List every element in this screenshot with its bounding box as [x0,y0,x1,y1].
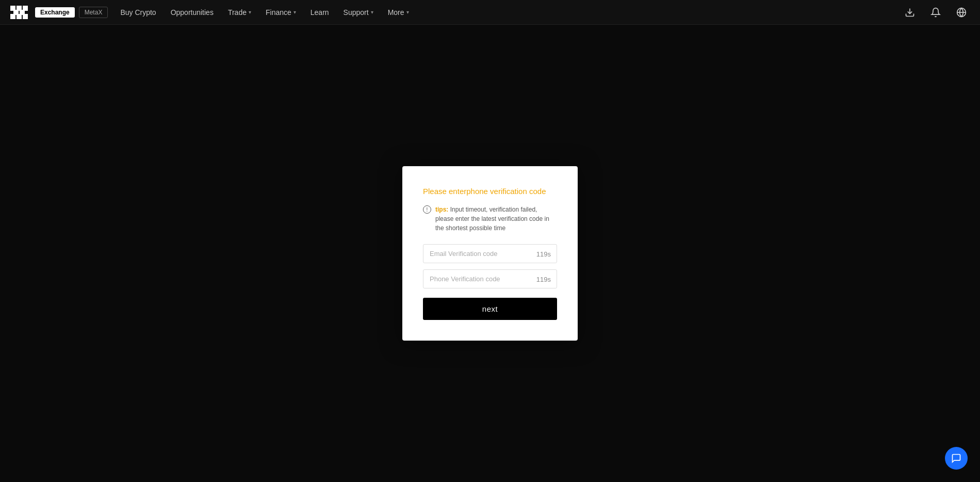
nav-trade-label: Trade [228,8,247,17]
svg-rect-7 [23,14,28,19]
email-verification-group: 119s [423,244,557,263]
nav-more-label: More [388,8,404,17]
nav-trade[interactable]: Trade ▾ [228,8,251,17]
tab-metax[interactable]: MetaX [79,7,108,18]
nav-learn-label: Learn [311,8,329,17]
language-button[interactable] [953,4,970,21]
download-button[interactable] [902,4,918,21]
tips-label: tips: [435,206,448,213]
notification-button[interactable] [927,4,944,21]
warning-icon: ! [423,205,431,214]
tab-exchange[interactable]: Exchange [35,7,75,18]
phone-verification-group: 119s [423,269,557,288]
nav-buy-crypto[interactable]: Buy Crypto [120,8,156,17]
nav-right-icons [902,4,970,21]
nav-more[interactable]: More ▾ [388,8,409,17]
tips-text: tips: Input timeout, verification failed… [435,205,557,233]
nav-buy-crypto-label: Buy Crypto [120,8,156,17]
nav-opportunities-label: Opportunities [171,8,214,17]
tips-box: ! tips: Input timeout, verification fail… [423,205,557,233]
verification-modal: Please enterphone verification code ! ti… [402,166,578,341]
email-countdown: 119s [536,250,551,258]
nav-support[interactable]: Support ▾ [344,8,373,17]
nav-finance[interactable]: Finance ▾ [266,8,296,17]
nav-links: Buy Crypto Opportunities Trade ▾ Finance… [120,8,902,17]
nav-support-label: Support [344,8,369,17]
navbar: Exchange MetaX Buy Crypto Opportunities … [0,0,980,25]
next-button[interactable]: next [423,298,557,320]
phone-countdown: 119s [536,275,551,283]
finance-chevron-icon: ▾ [293,9,296,15]
nav-finance-label: Finance [266,8,291,17]
svg-rect-6 [17,14,22,19]
okx-logo[interactable] [10,6,31,19]
support-chat-button[interactable] [945,447,968,470]
main-content: Please enterphone verification code ! ti… [0,25,980,482]
nav-opportunities[interactable]: Opportunities [171,8,214,17]
logo-area: Exchange MetaX [10,6,108,19]
modal-title: Please enterphone verification code [423,187,557,196]
more-chevron-icon: ▾ [406,9,409,15]
tips-body: Input timeout, verification failed, plea… [435,206,549,232]
svg-rect-5 [10,14,15,19]
nav-learn[interactable]: Learn [311,8,329,17]
trade-chevron-icon: ▾ [249,9,251,15]
support-chevron-icon: ▾ [371,9,373,15]
